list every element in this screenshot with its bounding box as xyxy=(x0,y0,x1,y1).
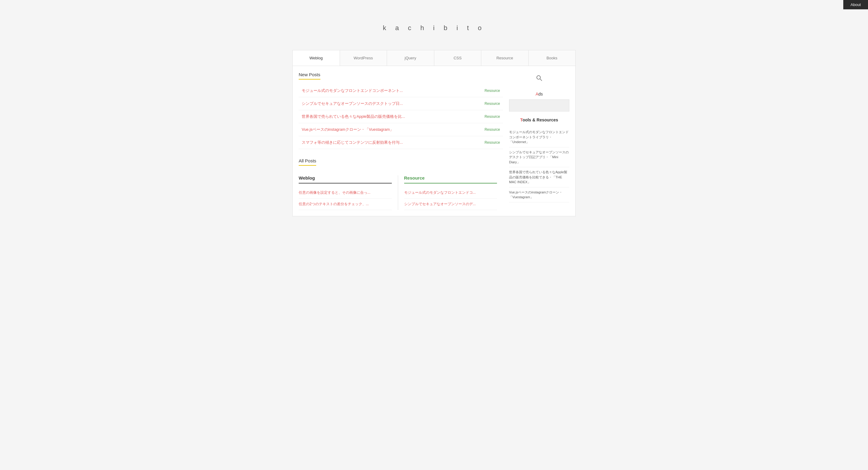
resource-column: Resource モジュール式のモダンなフロントエンドコ... シンプルでセキュ… xyxy=(404,175,503,210)
tab-books[interactable]: Books xyxy=(529,50,576,66)
ads-placeholder xyxy=(509,99,569,112)
all-posts-section: All Posts Weblog 任意の画像を設定すると、その画像に合っ... … xyxy=(299,158,503,210)
main-container: Weblog WordPress jQuery CSS Resource Boo… xyxy=(286,50,582,216)
new-post-title-5: スマフォ等の傾きに応じてコンテンツに反射効果を付与... xyxy=(302,140,403,145)
ads-label: Ads xyxy=(509,92,569,96)
sidebar-tool-3[interactable]: 世界各国で売られている色々なApple製品の販売価格を比較できる・「THE MA… xyxy=(509,167,569,187)
weblog-col-heading: Weblog xyxy=(299,175,392,184)
new-post-title-3: 世界各国で売られている色々なApple製品の販売価格を比... xyxy=(302,114,405,119)
site-header: k a c h i b i t o xyxy=(0,0,868,50)
new-post-tag-2: Resource xyxy=(485,101,500,106)
sidebar-search[interactable] xyxy=(509,72,569,86)
new-post-tag-5: Resource xyxy=(485,140,500,145)
weblog-post-2[interactable]: 任意の2つのテキストの差分をチェック、... xyxy=(299,198,392,210)
sidebar-tool-4[interactable]: Vue.jsベースのinstagramクローン・「Vuestagram」 xyxy=(509,187,569,202)
new-posts-section: New Posts モジュール式のモダンなフロントエンドコンポーネント... R… xyxy=(299,72,503,149)
svg-line-1 xyxy=(540,79,542,81)
new-post-item-4[interactable]: Vue.jsベースのinstagramクローン・「Vuestagram」 Res… xyxy=(299,123,503,136)
top-nav: About xyxy=(843,0,868,9)
content-wrapper: New Posts モジュール式のモダンなフロントエンドコンポーネント... R… xyxy=(292,66,576,216)
sidebar-tool-2[interactable]: シンプルでセキュアなオープンソースのデスクトップ日記アプリ・「Mini Diar… xyxy=(509,147,569,167)
tab-weblog[interactable]: Weblog xyxy=(293,50,340,66)
tools-section-title: Tools & Resources xyxy=(509,118,569,122)
all-posts-heading: All Posts xyxy=(299,158,316,166)
search-icon[interactable] xyxy=(536,75,542,83)
tab-wordpress[interactable]: WordPress xyxy=(340,50,387,66)
new-post-title-1: モジュール式のモダンなフロントエンドコンポーネント... xyxy=(302,88,403,93)
weblog-column: Weblog 任意の画像を設定すると、その画像に合っ... 任意の2つのテキスト… xyxy=(299,175,398,210)
new-post-title-4: Vue.jsベースのinstagramクローン・「Vuestagram」 xyxy=(302,127,394,132)
sidebar: Ads Tools & Resources モジュール式のモダンなフロントエンド… xyxy=(509,72,569,210)
new-post-title-2: シンプルでセキュアなオープンソースのデスクトップ日... xyxy=(302,101,403,106)
category-grid: Weblog 任意の画像を設定すると、その画像に合っ... 任意の2つのテキスト… xyxy=(299,175,503,210)
new-posts-list: モジュール式のモダンなフロントエンドコンポーネント... Resource シン… xyxy=(299,84,503,149)
tools-section: Tools & Resources モジュール式のモダンなフロントエンドコンポー… xyxy=(509,118,569,202)
new-post-item-3[interactable]: 世界各国で売られている色々なApple製品の販売価格を比... Resource xyxy=(299,110,503,123)
resource-post-2[interactable]: シンプルでセキュアなオープンソースのデ... xyxy=(404,198,497,210)
site-title: k a c h i b i t o xyxy=(0,24,868,32)
new-post-tag-1: Resource xyxy=(485,89,500,93)
new-post-item-5[interactable]: スマフォ等の傾きに応じてコンテンツに反射効果を付与... Resource xyxy=(299,136,503,149)
resource-col-heading: Resource xyxy=(404,175,497,184)
tab-resource[interactable]: Resource xyxy=(481,50,529,66)
tab-css[interactable]: CSS xyxy=(434,50,482,66)
about-button[interactable]: About xyxy=(843,0,868,9)
ads-section: Ads xyxy=(509,92,569,112)
new-posts-heading: New Posts xyxy=(299,72,320,80)
tab-navigation: Weblog WordPress jQuery CSS Resource Boo… xyxy=(292,50,576,66)
svg-point-0 xyxy=(537,75,540,79)
new-post-item-1[interactable]: モジュール式のモダンなフロントエンドコンポーネント... Resource xyxy=(299,84,503,97)
new-post-tag-4: Resource xyxy=(485,127,500,132)
tab-jquery[interactable]: jQuery xyxy=(387,50,434,66)
sidebar-tool-1[interactable]: モジュール式のモダンなフロントエンドコンポーネントライブラリ・「Undernet… xyxy=(509,127,569,147)
resource-post-1[interactable]: モジュール式のモダンなフロントエンドコ... xyxy=(404,187,497,198)
weblog-post-1[interactable]: 任意の画像を設定すると、その画像に合っ... xyxy=(299,187,392,198)
new-post-item-2[interactable]: シンプルでセキュアなオープンソースのデスクトップ日... Resource xyxy=(299,97,503,110)
main-content: New Posts モジュール式のモダンなフロントエンドコンポーネント... R… xyxy=(299,72,503,210)
new-post-tag-3: Resource xyxy=(485,115,500,119)
